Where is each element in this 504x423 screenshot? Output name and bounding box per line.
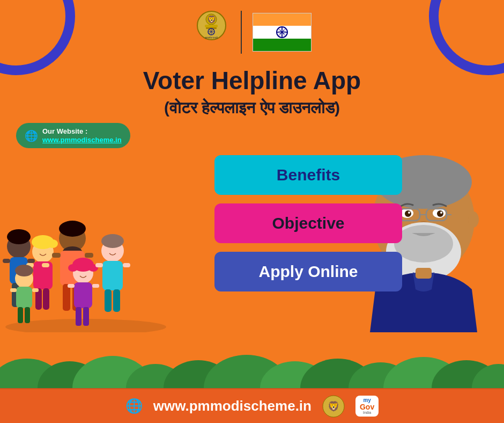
footer-globe-icon: 🌐 xyxy=(125,398,143,414)
people-illustration xyxy=(0,161,172,332)
svg-rect-52 xyxy=(32,288,39,292)
header: 🦁 सत्यमेव जयते xyxy=(0,0,504,54)
svg-rect-62 xyxy=(76,307,81,326)
svg-rect-67 xyxy=(95,263,103,267)
india-flag xyxy=(253,13,312,52)
svg-rect-51 xyxy=(10,288,17,292)
svg-point-26 xyxy=(7,229,31,244)
svg-rect-70 xyxy=(113,289,120,312)
website-badge[interactable]: 🌐 Our Website : www.pmmodischeme.in xyxy=(16,123,130,149)
grass-area xyxy=(0,340,504,388)
footer-url[interactable]: www.pmmodischeme.in xyxy=(153,398,312,414)
svg-rect-46 xyxy=(63,284,70,311)
svg-rect-37 xyxy=(42,263,49,267)
apply-online-button[interactable]: Apply Online xyxy=(214,252,402,291)
people-svg xyxy=(0,161,172,332)
svg-point-89 xyxy=(468,212,479,228)
flag-green-stripe xyxy=(253,39,311,51)
title-section: Voter Helpline App (वोटर हेल्पलाइन ऐप डा… xyxy=(0,54,504,123)
svg-rect-69 xyxy=(105,289,112,312)
svg-rect-63 xyxy=(83,307,89,326)
svg-rect-66 xyxy=(102,261,123,290)
svg-rect-59 xyxy=(74,282,92,308)
svg-point-81 xyxy=(394,225,453,262)
svg-text:सत्यमेव जयते: सत्यमेव जयते xyxy=(204,36,218,39)
svg-rect-45 xyxy=(85,253,93,258)
svg-point-77 xyxy=(408,212,410,214)
svg-rect-68 xyxy=(123,263,130,267)
footer-emblem-icon: 🦁 xyxy=(322,395,345,418)
svg-point-34 xyxy=(47,239,58,248)
app-subtitle: (वोटर हेल्पलाइन ऐप डाउनलोड) xyxy=(21,99,483,118)
svg-rect-2 xyxy=(205,25,218,27)
content-area: 🌐 Our Website : www.pmmodischeme.in Bene… xyxy=(0,123,504,332)
svg-rect-53 xyxy=(18,307,23,323)
svg-rect-87 xyxy=(416,268,432,279)
svg-rect-54 xyxy=(25,307,30,323)
svg-point-41 xyxy=(59,221,86,237)
svg-rect-28 xyxy=(3,259,10,263)
svg-point-65 xyxy=(101,234,124,248)
grass-svg xyxy=(0,340,504,388)
mygov-gov-text: Gov xyxy=(360,403,374,411)
svg-text:🦁: 🦁 xyxy=(328,400,340,412)
footer: 🌐 www.pmmodischeme.in 🦁 my Gov India xyxy=(0,388,504,423)
svg-text:🦁: 🦁 xyxy=(207,15,217,24)
flag-white-stripe xyxy=(253,26,311,39)
svg-rect-60 xyxy=(68,284,75,288)
emblem-circle: 🦁 सत्यमेव जयते xyxy=(197,11,226,40)
website-label: Our Website : xyxy=(42,127,122,136)
svg-point-76 xyxy=(437,210,443,217)
website-url[interactable]: www.pmmodischeme.in xyxy=(42,136,122,144)
svg-rect-50 xyxy=(16,287,32,308)
website-info: Our Website : www.pmmodischeme.in xyxy=(42,127,122,144)
mygov-badge: my Gov India xyxy=(355,396,379,417)
svg-point-75 xyxy=(405,210,411,217)
svg-point-57 xyxy=(68,264,78,272)
benefits-button[interactable]: Benefits xyxy=(214,155,402,195)
svg-rect-39 xyxy=(43,288,49,310)
globe-icon: 🌐 xyxy=(25,129,38,142)
mygov-sub-text: India xyxy=(363,411,371,414)
header-divider xyxy=(241,11,242,54)
india-emblem: 🦁 सत्यमेव जयते xyxy=(192,11,230,54)
app-title: Voter Helpline App xyxy=(21,67,483,94)
svg-rect-44 xyxy=(52,253,61,258)
svg-point-49 xyxy=(15,265,33,276)
svg-rect-29 xyxy=(27,259,35,263)
flag-saffron-stripe xyxy=(253,13,311,26)
objective-button[interactable]: Objective xyxy=(214,203,402,243)
action-buttons: Benefits Objective Apply Online xyxy=(214,155,402,291)
svg-rect-61 xyxy=(92,284,99,288)
svg-point-78 xyxy=(440,212,442,214)
